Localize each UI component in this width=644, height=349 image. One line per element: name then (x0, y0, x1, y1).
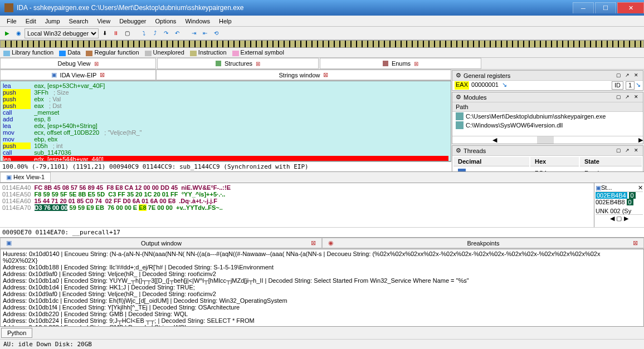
step-icon[interactable]: ⇤ (200, 28, 210, 38)
close-icon[interactable]: ✕ (633, 94, 640, 101)
close-icon[interactable]: ✕ (638, 184, 643, 191)
tool-icon[interactable]: ▢ (122, 28, 132, 38)
scroll-left[interactable]: ◀ (452, 136, 537, 144)
tab-output[interactable]: ▣Output window⊠ (0, 238, 322, 248)
stop-icon[interactable]: ◉ (13, 28, 23, 38)
close-icon[interactable]: ✕ (633, 72, 640, 79)
registers-panel: ⚙General registers▢↗✕ EAX00000001↘ID1↘ (452, 70, 643, 91)
modules-panel: ⚙Modules▢↗✕ Path C:\Users\Mert\Desktop\d… (452, 92, 643, 144)
legend-swatch (3, 51, 10, 56)
tab-icon (383, 61, 388, 66)
statusbar: AU: idle Down Disk: 20GB (0, 339, 644, 349)
output-window[interactable]: Huuress: 0x10d0140 | Encoueu String: (N-… (0, 249, 644, 327)
step-icon[interactable]: ↶ (172, 28, 182, 38)
step-icon[interactable]: ↷ (161, 28, 171, 38)
tab-hex-view[interactable]: ▣ Hex View-1 (0, 172, 51, 183)
close-icon[interactable]: ⊠ (311, 239, 316, 247)
pause-button[interactable]: ⏸ (111, 28, 121, 38)
menu-search[interactable]: Search (65, 17, 93, 26)
gear-icon[interactable]: ⚙ (456, 147, 461, 154)
close-icon[interactable]: ⊠ (256, 61, 260, 67)
python-button[interactable]: Python (1, 328, 32, 338)
menu-help[interactable]: Help (214, 17, 236, 26)
menu-windows[interactable]: Windows (180, 17, 214, 26)
tab-breakpoints[interactable]: ◉Breakpoints⊠ (322, 238, 644, 248)
legend-swatch (190, 51, 197, 56)
tool-icon[interactable]: ⬇ (100, 28, 110, 38)
tab-debug-view[interactable]: Debug View⊠ (0, 58, 156, 69)
debugger-select[interactable]: Local Win32 debugger (25, 28, 99, 38)
menubar: File Edit Jump Search View Debugger Opti… (0, 16, 644, 27)
module-row[interactable]: C:\Windows\SysWOW64\version.dll (452, 121, 643, 130)
menu-options[interactable]: Options (150, 17, 180, 26)
titlebar: IDA - sshkeypairgen.exe C:\Users\Mert\De… (0, 0, 644, 16)
run-button[interactable]: ▶ (2, 28, 12, 38)
menu-view[interactable]: View (92, 17, 115, 26)
legend: Library function Data Regular function U… (0, 48, 644, 58)
module-row[interactable]: C:\Users\Mert\Desktop\dubnium\sshkeypair… (452, 112, 643, 121)
legend-swatch (232, 51, 239, 56)
module-icon (456, 121, 464, 129)
tab-structures[interactable]: Structures⊠ (157, 58, 319, 69)
minimize-button[interactable]: ─ (573, 2, 594, 13)
tab-enums[interactable]: Enums⊠ (320, 58, 481, 69)
gear-icon[interactable]: ⚙ (456, 94, 461, 101)
nav-band[interactable] (0, 40, 644, 48)
legend-swatch (145, 51, 152, 56)
tab-icon (216, 61, 221, 66)
app-icon (4, 3, 13, 12)
stack-view[interactable]: ▣ St...✕ 002EB4B4 0 002EB4B8 0 UNK 002 (… (594, 183, 644, 227)
module-icon (456, 112, 464, 120)
window-title: IDA - sshkeypairgen.exe C:\Users\Mert\De… (17, 4, 572, 12)
step-icon[interactable]: ⇥ (189, 28, 199, 38)
disasm-status: 100.00% (-79,1101) (1191,21) 000940C9 01… (0, 161, 451, 171)
scroll-right[interactable]: ▶ (638, 136, 643, 144)
toolbar: ▶ ◉ Local Win32 debugger ⬇ ⏸ ▢ ⤵ ⤴ ↷ ↶ ⇥… (0, 27, 644, 40)
gear-icon[interactable]: ⚙ (456, 72, 461, 79)
panel-btn[interactable]: ↗ (624, 94, 631, 101)
hex-status: 0009DE70 0114EA70: __purecall+17 (0, 227, 644, 237)
step-icon[interactable]: ⤵ (139, 28, 149, 38)
panel-btn[interactable]: ↗ (624, 148, 631, 154)
close-icon[interactable]: ⊠ (323, 71, 328, 78)
menu-jump[interactable]: Jump (41, 17, 65, 26)
menu-debugger[interactable]: Debugger (115, 17, 150, 26)
tab-strings[interactable]: Strings window⊠ (156, 70, 451, 80)
panel-btn[interactable]: ▢ (615, 72, 622, 79)
panel-btn[interactable]: ↗ (624, 72, 631, 79)
close-icon[interactable]: ✕ (633, 148, 640, 154)
tab-icon: ▣ (51, 71, 57, 78)
close-button[interactable]: ✕ (617, 2, 644, 13)
legend-swatch (86, 51, 92, 56)
legend-swatch (59, 51, 66, 56)
tab-ida-view[interactable]: ▣IDA View-EIP⊠ (0, 70, 156, 80)
menu-edit[interactable]: Edit (21, 17, 41, 26)
panel-btn[interactable]: ▢ (615, 148, 622, 154)
hex-view[interactable]: 0114EA40 FC 8B 45 08 57 56 89 45 F8 E8 C… (0, 183, 594, 227)
main-tabs: Debug View⊠ Structures⊠ Enums⊠ (0, 58, 644, 70)
maximize-button[interactable]: ☐ (595, 2, 616, 13)
menu-file[interactable]: File (2, 17, 21, 26)
close-icon[interactable]: ⊠ (100, 71, 105, 78)
step-icon[interactable]: ⤴ (150, 28, 160, 38)
close-icon[interactable]: ⊠ (633, 239, 638, 247)
close-icon[interactable]: ⊠ (94, 61, 99, 67)
step-icon[interactable]: ⟲ (211, 28, 221, 38)
disasm-view[interactable]: lea eax, [esp+53Ch+var_40F] push 3FFh ; … (0, 81, 451, 161)
link-icon[interactable]: ↘ (502, 81, 507, 90)
close-icon[interactable]: ⊠ (414, 61, 418, 67)
panel-btn[interactable]: ▢ (615, 94, 622, 101)
